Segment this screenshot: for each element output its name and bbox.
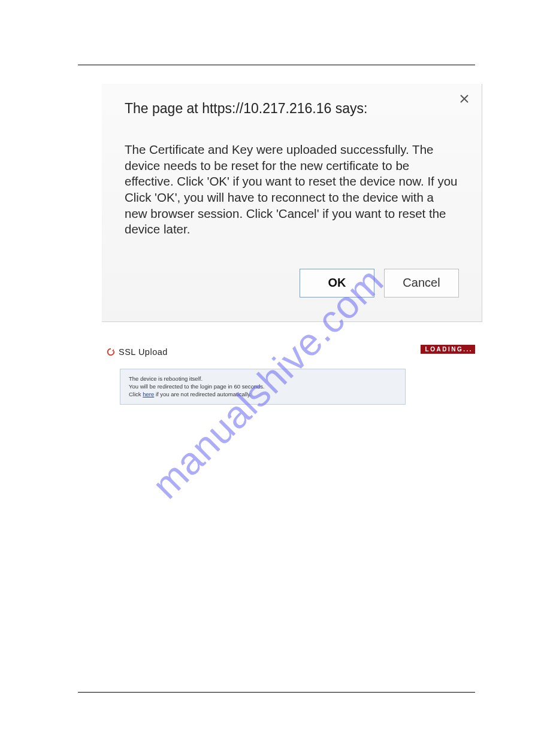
status-line-3: Click here if you are not redirected aut… xyxy=(129,391,397,399)
ssl-upload-title: SSL Upload xyxy=(119,347,168,357)
ssl-upload-section: SSL Upload LOADING... The device is rebo… xyxy=(107,347,475,357)
dialog-button-row: OK Cancel xyxy=(125,269,459,297)
redirect-here-link[interactable]: here xyxy=(143,391,154,397)
status-line-1: The device is rebooting itself. xyxy=(129,375,397,383)
close-icon[interactable] xyxy=(458,92,471,105)
browser-alert-dialog: The page at https://10.217.216.16 says: … xyxy=(102,84,482,322)
status-line-3-post: if you are not redirected automatically. xyxy=(154,391,251,397)
reboot-status-box: The device is rebooting itself. You will… xyxy=(120,369,406,405)
refresh-icon xyxy=(107,348,115,356)
loading-badge: LOADING... xyxy=(421,345,475,354)
status-line-2: You will be redirected to the login page… xyxy=(129,383,397,391)
dialog-title: The page at https://10.217.216.16 says: xyxy=(125,101,459,117)
status-line-3-pre: Click xyxy=(129,391,143,397)
cancel-button[interactable]: Cancel xyxy=(384,269,459,297)
page-bottom-rule xyxy=(78,692,475,693)
ok-button[interactable]: OK xyxy=(300,269,374,297)
page-top-rule xyxy=(78,65,475,65)
dialog-message: The Certificate and Key were uploaded su… xyxy=(125,142,459,238)
